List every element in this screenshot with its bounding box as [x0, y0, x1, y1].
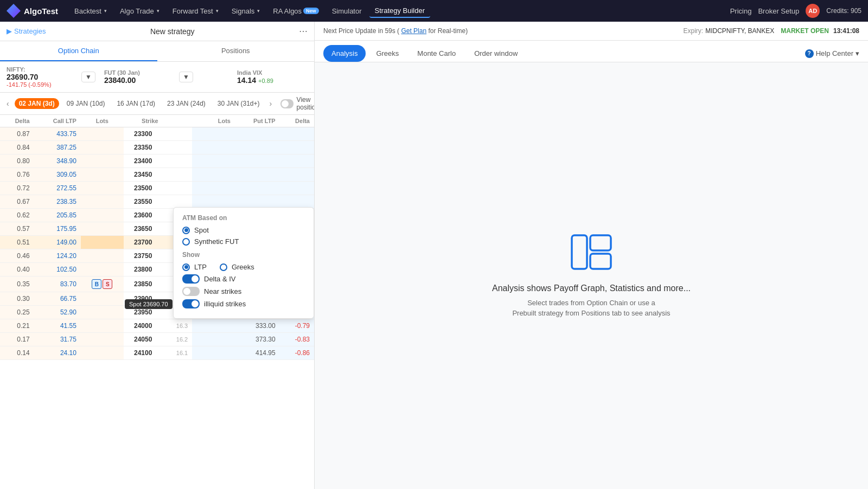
get-plan-link[interactable]: Get Plan [401, 27, 426, 35]
nav-ra-algos[interactable]: RA Algos New [267, 5, 324, 17]
strategies-button[interactable]: ▶ Strategies [7, 27, 46, 35]
nav-forward-test[interactable]: Forward Test ▾ [167, 5, 224, 17]
put-lots-cell[interactable] [192, 141, 235, 155]
nav-signals[interactable]: Signals ▾ [226, 5, 266, 17]
call-lots-cell[interactable] [81, 155, 124, 168]
col-delta: Delta [0, 115, 34, 127]
call-lots-cell[interactable] [81, 141, 124, 155]
tab-option-chain[interactable]: Option Chain [0, 41, 157, 61]
tab-analysis[interactable]: Analysis [323, 45, 366, 62]
call-delta-cell: 0.80 [0, 155, 34, 168]
put-delta-cell [280, 182, 314, 195]
illiquid-toggle[interactable] [182, 299, 200, 308]
call-lots-cell[interactable] [81, 333, 124, 346]
put-lots-cell[interactable] [192, 127, 235, 141]
chevron-down-icon: ▾ [157, 8, 159, 14]
nav-backtest[interactable]: Backtest ▾ [69, 5, 112, 17]
expiry-item-2[interactable]: 16 JAN (17d) [112, 98, 159, 109]
greeks-radio-icon [220, 263, 227, 271]
table-row: 0.80348.9023400 [0, 155, 314, 168]
call-lots-cell[interactable] [81, 127, 124, 141]
put-ltp-cell [235, 141, 280, 155]
help-center-button[interactable]: ? Help Center ▾ [805, 49, 859, 58]
call-delta-cell: 0.40 [0, 263, 34, 276]
nifty-dropdown[interactable]: ▼ [81, 72, 95, 82]
call-lots-cell[interactable] [81, 195, 124, 209]
put-lots-cell[interactable] [192, 346, 235, 360]
tab-order-window[interactable]: Order window [466, 45, 526, 62]
call-lots-cell[interactable] [81, 168, 124, 182]
analysis-empty-state: Analysis shows Payoff Graph, Statistics … [315, 62, 868, 489]
put-lots-cell[interactable] [192, 319, 235, 333]
expiry-prev-button[interactable]: ‹ [4, 99, 11, 108]
user-avatar[interactable]: AD [806, 4, 820, 18]
atm-spot-popup: Spot 23690.70 [125, 299, 173, 309]
expiry-row: ‹ 02 JAN (3d) 09 JAN (10d) 16 JAN (17d) … [0, 93, 314, 115]
call-delta-cell: 0.46 [0, 249, 34, 263]
call-lots-cell[interactable] [81, 209, 124, 222]
delta-iv-toggle[interactable] [182, 274, 200, 284]
put-lots-cell[interactable] [192, 168, 235, 182]
put-lots-cell[interactable] [192, 333, 235, 346]
nav-simulator[interactable]: Simulator [327, 5, 367, 17]
expiry-item-1[interactable]: 09 JAN (10d) [62, 98, 110, 109]
expiry-item-4[interactable]: 30 JAN (31d+) [213, 98, 264, 109]
nav-pricing[interactable]: Pricing [730, 7, 752, 15]
call-buy-button[interactable]: B [92, 279, 101, 289]
strike-cell: 23750 [124, 249, 163, 263]
chevron-down-icon: ▾ [856, 49, 859, 57]
strike-cell: 24050 [124, 333, 163, 346]
call-sell-button[interactable]: S [103, 279, 112, 289]
call-lots-cell[interactable]: BS [81, 276, 124, 292]
near-strikes-toggle-row[interactable]: Near strikes [182, 287, 305, 296]
analysis-title: Analysis shows Payoff Graph, Statistics … [492, 284, 691, 293]
nav-algo-trade[interactable]: Algo Trade ▾ [114, 5, 165, 17]
expiry-item-0[interactable]: 02 JAN (3d) [15, 98, 59, 109]
put-lots-cell[interactable] [192, 195, 235, 209]
show-ltp-radio[interactable]: LTP Greeks [182, 263, 305, 271]
expiry-next-button[interactable]: › [267, 99, 275, 108]
call-lots-cell[interactable] [81, 222, 124, 236]
more-options-button[interactable]: ⋯ [299, 26, 308, 36]
strategies-arrow-icon: ▶ [7, 27, 12, 35]
tab-greeks[interactable]: Greeks [368, 45, 407, 62]
call-lots-cell[interactable] [81, 236, 124, 249]
help-icon: ? [805, 49, 814, 58]
put-lots-cell[interactable] [192, 155, 235, 168]
brand-logo[interactable]: AlgoTest [7, 4, 58, 18]
tab-monte-carlo[interactable]: Monte Carlo [409, 45, 464, 62]
put-ltp-cell [235, 127, 280, 141]
call-lots-cell[interactable] [81, 306, 124, 319]
delta-iv-toggle-row[interactable]: Delta & IV [182, 274, 305, 284]
call-lots-cell[interactable] [81, 292, 124, 306]
call-lots-cell[interactable] [81, 346, 124, 360]
near-strikes-toggle[interactable] [182, 287, 200, 296]
tab-positions[interactable]: Positions [157, 41, 315, 61]
call-ltp-cell: 309.05 [34, 168, 81, 182]
view-positions-toggle[interactable] [280, 99, 293, 108]
nav-strategy-builder[interactable]: Strategy Builder [369, 4, 431, 18]
atm-spot-radio[interactable]: Spot [182, 226, 305, 234]
expiry-item-3[interactable]: 23 JAN (24d) [163, 98, 210, 109]
fut-dropdown[interactable]: ▼ [179, 72, 193, 82]
table-row: 0.84387.2523350 [0, 141, 314, 155]
call-lots-cell[interactable] [81, 263, 124, 276]
call-lots-cell[interactable] [81, 319, 124, 333]
call-delta-cell: 0.72 [0, 182, 34, 195]
iv-cell: 16.3 [163, 319, 193, 333]
iv-cell [163, 141, 193, 155]
call-lots-cell[interactable] [81, 249, 124, 263]
analysis-subtitle: Select trades from Option Chain or use a… [512, 298, 670, 319]
call-delta-cell: 0.17 [0, 333, 34, 346]
svg-rect-2 [590, 254, 611, 269]
strike-cell: 23650 [124, 222, 163, 236]
put-delta-cell [280, 195, 314, 209]
nav-broker-setup[interactable]: Broker Setup [758, 7, 799, 15]
illiquid-toggle-row[interactable]: illiquid strikes [182, 299, 305, 308]
right-tabs: Analysis Greeks Monte Carlo Order window… [315, 41, 868, 62]
left-header: ▶ Strategies New strategy ⋯ [0, 22, 314, 41]
atm-synthetic-radio[interactable]: Synthetic FUT [182, 237, 305, 246]
put-lots-cell[interactable] [192, 182, 235, 195]
ticker-row: NIFTY: 23690.70 -141.75 (-0.59%) ▼ FUT (… [0, 62, 314, 93]
call-lots-cell[interactable] [81, 182, 124, 195]
